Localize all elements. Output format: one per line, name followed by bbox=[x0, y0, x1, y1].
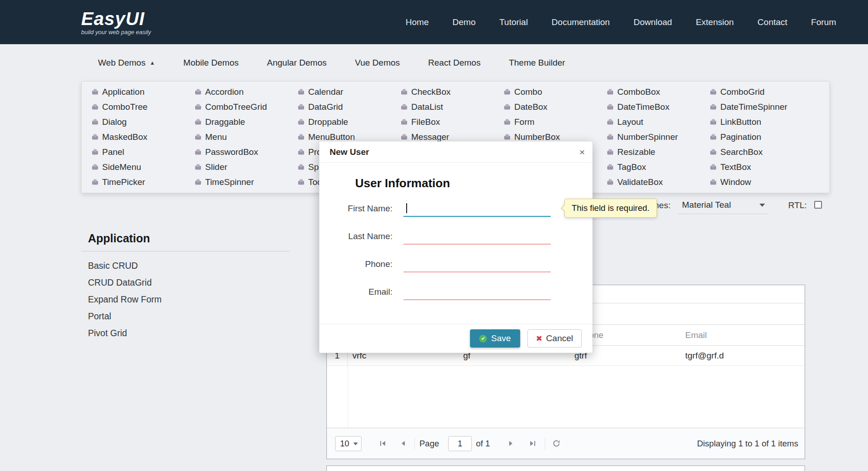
demo-menu-item-combotree[interactable]: ComboTree bbox=[92, 99, 195, 114]
demo-menu-item-textbox[interactable]: TextBox bbox=[710, 159, 813, 174]
nav-item-extension[interactable]: Extension bbox=[696, 17, 734, 27]
demo-menu-item-resizable[interactable]: Resizable bbox=[607, 144, 710, 159]
demo-menu-item-validatebox[interactable]: ValidateBox bbox=[607, 174, 710, 189]
close-icon[interactable]: × bbox=[579, 147, 585, 157]
app-link-basic-crud[interactable]: Basic CRUD bbox=[81, 257, 289, 274]
demo-menu-item-label: DataList bbox=[411, 102, 443, 112]
demo-menu-item-sidemenu[interactable]: SideMenu bbox=[92, 159, 195, 174]
cancel-icon: ✖ bbox=[536, 335, 542, 343]
demo-menu-item-numberspinner[interactable]: NumberSpinner bbox=[607, 129, 710, 144]
demo-menu-item-searchbox[interactable]: SearchBox bbox=[710, 144, 813, 159]
demo-menu-item-dialog[interactable]: Dialog bbox=[92, 114, 195, 129]
rtl-checkbox[interactable] bbox=[814, 201, 822, 209]
dialog-header[interactable]: New User × bbox=[320, 142, 592, 163]
demo-menu-item-passwordbox[interactable]: PasswordBox bbox=[195, 144, 298, 159]
pagination-bar: 10 Page of 1 Displaying 1 to 1 of 1 item… bbox=[327, 428, 805, 459]
demo-menu-item-combo[interactable]: Combo bbox=[504, 84, 607, 99]
demo-menu-item-layout[interactable]: Layout bbox=[607, 114, 710, 129]
demo-menu-item-label: SideMenu bbox=[102, 162, 141, 172]
demo-menu-item-combotreegrid[interactable]: ComboTreeGrid bbox=[195, 99, 298, 114]
check-icon: ✔ bbox=[479, 335, 487, 343]
demo-menu-item-label: Draggable bbox=[205, 117, 245, 127]
app-link-portal[interactable]: Portal bbox=[81, 308, 289, 325]
demo-menu-item-filebox[interactable]: FileBox bbox=[401, 114, 504, 129]
first-page-button[interactable] bbox=[376, 437, 390, 451]
subnav-item-vue-demos[interactable]: Vue Demos bbox=[355, 58, 400, 68]
demo-menu-item-window[interactable]: Window bbox=[710, 174, 813, 189]
component-icon bbox=[195, 118, 202, 125]
demo-menu-item-linkbutton[interactable]: LinkButton bbox=[710, 114, 813, 129]
page-number-input[interactable] bbox=[448, 436, 472, 451]
nav-item-documentation[interactable]: Documentation bbox=[552, 17, 610, 27]
app-link-crud-datagrid[interactable]: CRUD DataGrid bbox=[81, 274, 289, 291]
demo-menu-item-label: Calendar bbox=[308, 87, 343, 97]
email-input[interactable] bbox=[403, 284, 551, 300]
dialog-title: New User bbox=[330, 147, 369, 157]
last-name-input[interactable] bbox=[403, 228, 551, 245]
last-page-button[interactable] bbox=[525, 437, 539, 451]
demo-menu-item-datebox[interactable]: DateBox bbox=[504, 99, 607, 114]
first-name-input[interactable] bbox=[403, 200, 551, 217]
top-header: EasyUI build your web page easily HomeDe… bbox=[0, 0, 868, 44]
component-icon bbox=[92, 148, 98, 155]
demo-menu-item-combogrid[interactable]: ComboGrid bbox=[710, 84, 813, 99]
demo-menu-item-label: DataGrid bbox=[308, 102, 343, 112]
demo-menu-item-menu[interactable]: Menu bbox=[195, 129, 298, 144]
page-label: Page bbox=[419, 439, 439, 449]
demo-menu-item-label: TagBox bbox=[617, 162, 646, 172]
subnav-item-react-demos[interactable]: React Demos bbox=[428, 58, 480, 68]
field-label: First Name: bbox=[320, 204, 393, 214]
pager-separator bbox=[545, 438, 545, 450]
subnav-item-web-demos[interactable]: Web Demos▲ bbox=[98, 58, 155, 68]
demo-menu-item-maskedbox[interactable]: MaskedBox bbox=[92, 129, 195, 144]
demo-menu-item-datetimebox[interactable]: DateTimeBox bbox=[607, 99, 710, 114]
demo-menu-item-draggable[interactable]: Draggable bbox=[195, 114, 298, 129]
demo-menu-item-label: MenuButton bbox=[308, 132, 355, 142]
demo-menu-item-label: Combo bbox=[514, 87, 542, 97]
subnav-item-angular-demos[interactable]: Angular Demos bbox=[267, 58, 327, 68]
demo-menu-item-datagrid[interactable]: DataGrid bbox=[298, 99, 401, 114]
next-page-button[interactable] bbox=[504, 437, 518, 451]
demo-menu-item-calendar[interactable]: Calendar bbox=[298, 84, 401, 99]
dialog-footer: ✔ Save ✖ Cancel bbox=[320, 324, 592, 353]
demo-menu-item-combobox[interactable]: ComboBox bbox=[607, 84, 710, 99]
demo-menu-item-checkbox[interactable]: CheckBox bbox=[401, 84, 504, 99]
cancel-button[interactable]: ✖ Cancel bbox=[527, 329, 582, 348]
demo-menu-item-tagbox[interactable]: TagBox bbox=[607, 159, 710, 174]
app-link-expand-row-form[interactable]: Expand Row Form bbox=[81, 291, 289, 308]
subnav-item-theme-builder[interactable]: Theme Builder bbox=[509, 58, 565, 68]
refresh-button[interactable] bbox=[549, 437, 563, 451]
demo-menu-item-pagination[interactable]: Pagination bbox=[710, 129, 813, 144]
demo-menu-item-form[interactable]: Form bbox=[504, 114, 607, 129]
demo-menu-item-label: TextBox bbox=[720, 162, 751, 172]
theme-select[interactable]: Material Teal bbox=[678, 196, 768, 214]
demo-menu-item-panel[interactable]: Panel bbox=[92, 144, 195, 159]
component-icon bbox=[710, 103, 717, 110]
demo-menu-item-label: ValidateBox bbox=[617, 177, 663, 187]
demo-menu-item-application[interactable]: Application bbox=[92, 84, 195, 99]
nav-item-contact[interactable]: Contact bbox=[758, 17, 787, 27]
demo-menu-item-datetimespinner[interactable]: DateTimeSpinner bbox=[710, 99, 813, 114]
demo-menu-item-datalist[interactable]: DataList bbox=[401, 99, 504, 114]
column-header-email[interactable]: Email bbox=[680, 325, 805, 345]
nav-item-forum[interactable]: Forum bbox=[811, 17, 836, 27]
demo-menu-item-label: CheckBox bbox=[411, 87, 451, 97]
last-page-icon bbox=[529, 440, 536, 446]
logo[interactable]: EasyUI build your web page easily bbox=[81, 9, 151, 36]
nav-item-demo[interactable]: Demo bbox=[453, 17, 476, 27]
nav-item-download[interactable]: Download bbox=[634, 17, 672, 27]
demo-menu-item-timepicker[interactable]: TimePicker bbox=[92, 174, 195, 189]
prev-page-button[interactable] bbox=[396, 437, 410, 451]
nav-item-home[interactable]: Home bbox=[406, 17, 429, 27]
demo-menu-item-timespinner[interactable]: TimeSpinner bbox=[195, 174, 298, 189]
phone-input[interactable] bbox=[403, 256, 551, 272]
demo-menu-item-slider[interactable]: Slider bbox=[195, 159, 298, 174]
save-button[interactable]: ✔ Save bbox=[470, 329, 520, 348]
app-link-pivot-grid[interactable]: Pivot Grid bbox=[81, 325, 289, 342]
demo-menu-item-label: TimePicker bbox=[102, 177, 145, 187]
page-size-select[interactable]: 10 bbox=[335, 436, 362, 451]
demo-menu-item-accordion[interactable]: Accordion bbox=[195, 84, 298, 99]
subnav-item-mobile-demos[interactable]: Mobile Demos bbox=[183, 58, 238, 68]
demo-menu-item-droppable[interactable]: Droppable bbox=[298, 114, 401, 129]
nav-item-tutorial[interactable]: Tutorial bbox=[499, 17, 528, 27]
